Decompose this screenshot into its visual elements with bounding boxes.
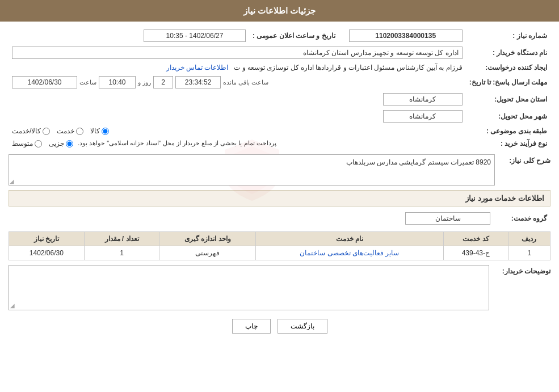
col-header-qty: تعداد / مقدار bbox=[84, 232, 159, 246]
category-label-3: کالا/خدمت bbox=[12, 127, 41, 135]
purchase-type-option-1: جزیی bbox=[49, 140, 73, 147]
category-label: طبقه بندی موضوعی : bbox=[466, 125, 550, 137]
page-wrapper: جزئیات اطلاعات نیاز شماره نیاز : 1102003… bbox=[0, 0, 559, 392]
category-option-2: خدمت bbox=[57, 127, 83, 135]
city-cell: کرمانشاه bbox=[9, 108, 466, 125]
row-service-name: سایر فعالیت‌های تخصصی ساختمان bbox=[256, 246, 444, 260]
announce-datetime-value: 1402/06/27 - 10:35 bbox=[144, 29, 246, 42]
col-header-date: تاریخ نیاز bbox=[9, 232, 85, 246]
button-row: چاپ بازگشت bbox=[9, 319, 550, 334]
deadline-days: 2 bbox=[153, 76, 173, 88]
category-option-3: کالا/خدمت bbox=[12, 127, 50, 135]
need-number-value: 1102003384000135 bbox=[349, 29, 463, 42]
page-header: جزئیات اطلاعات نیاز bbox=[0, 0, 559, 22]
purchase-type-radio-group: متوسط جزیی bbox=[12, 140, 73, 147]
announce-datetime-label: تاریخ و ساعت اعلان عمومی : bbox=[249, 27, 341, 44]
resize-handle-notes[interactable]: ◢ bbox=[10, 302, 15, 309]
col-header-unit: واحد اندازه گیری bbox=[159, 232, 256, 246]
buyer-notes-value: ◢ bbox=[9, 265, 489, 310]
deadline-date: 1402/06/30 bbox=[12, 76, 77, 88]
main-content: شماره نیاز : 1102003384000135 تاریخ و سا… bbox=[0, 22, 559, 345]
buyer-org-label: نام دستگاه خریدار : bbox=[466, 44, 550, 61]
category-radio-1[interactable] bbox=[102, 128, 109, 135]
need-desc-row: شرح کلی نیاز: AnataTender 8920 تعمیرات س… bbox=[9, 154, 550, 186]
category-radio-2[interactable] bbox=[76, 128, 83, 135]
services-table: ردیف کد خدمت نام خدمت واحد اندازه گیری ت… bbox=[9, 231, 550, 260]
purchase-type-label-1: جزیی bbox=[49, 140, 64, 147]
category-radio-group: کالا/خدمت خدمت کالا bbox=[12, 127, 463, 135]
category-option-1: کالا bbox=[90, 127, 109, 135]
deadline-remaining: 23:34:52 bbox=[175, 76, 221, 88]
purchase-type-label: نوع فرآیند خرید : bbox=[466, 137, 550, 150]
buyer-org-cell: اداره کل توسعه توسعه و تجهیز مدارس استان… bbox=[9, 44, 466, 61]
buyer-notes-row: توضیحات خریدار: ◢ bbox=[9, 265, 550, 310]
col-header-row: ردیف bbox=[508, 232, 550, 246]
creator-cell: فرزام به آیین کارشناس مسئول اعتبارات و ق… bbox=[9, 61, 466, 74]
city-value: کرمانشاه bbox=[383, 110, 463, 123]
service-group-value: ساختمان bbox=[405, 212, 490, 225]
service-name-link[interactable]: سایر فعالیت‌های تخصصی ساختمان bbox=[300, 249, 399, 257]
purchase-type-label-2: متوسط bbox=[12, 140, 33, 147]
col-header-code: کد خدمت bbox=[443, 232, 508, 246]
deadline-cell: 1402/06/30 ساعت 10:40 روز و 2 23:34:52 س… bbox=[9, 74, 466, 91]
purchase-type-radio-2[interactable] bbox=[35, 140, 42, 147]
need-number-cell: 1102003384000135 bbox=[341, 27, 466, 44]
service-group-cell: ساختمان bbox=[9, 210, 494, 227]
row-unit: فهرستی bbox=[159, 246, 256, 260]
back-button[interactable]: بازگشت bbox=[278, 319, 327, 334]
need-desc-container: AnataTender 8920 تعمیرات سیستم گرمایشی م… bbox=[9, 154, 495, 186]
creator-link[interactable]: اطلاعات تماس خریدار bbox=[166, 64, 229, 71]
creator-label: ایجاد کننده درخواست: bbox=[466, 61, 550, 74]
category-label-1: کالا bbox=[90, 127, 100, 135]
announce-datetime-cell: 1402/06/27 - 10:35 bbox=[9, 27, 249, 44]
purchase-type-option-2: متوسط bbox=[12, 140, 42, 147]
purchase-type-radio-1[interactable] bbox=[66, 140, 73, 147]
deadline-time: 10:40 bbox=[99, 76, 136, 88]
service-group-label: گروه خدمت: bbox=[494, 210, 550, 227]
row-code: ج-43-439 bbox=[443, 246, 508, 260]
col-header-name: نام خدمت bbox=[256, 232, 444, 246]
buyer-org-value: اداره کل توسعه توسعه و تجهیز مدارس استان… bbox=[12, 47, 463, 59]
need-desc-value: 8920 تعمیرات سیستم گرمایشی مدارس سربلدها… bbox=[9, 154, 495, 186]
deadline-time-label: ساعت bbox=[79, 79, 96, 86]
row-date: 1402/06/30 bbox=[9, 246, 85, 260]
creator-value: فرزام به آیین کارشناس مسئول اعتبارات و ق… bbox=[234, 64, 462, 71]
header-title: جزئیات اطلاعات نیاز bbox=[243, 6, 316, 15]
need-desc-label: شرح کلی نیاز: bbox=[499, 154, 550, 165]
row-quantity: 1 bbox=[84, 246, 159, 260]
city-label: شهر محل تحویل: bbox=[466, 108, 550, 125]
province-label: استان محل تحویل: bbox=[466, 91, 550, 108]
deadline-remaining-label: ساعت باقی مانده bbox=[223, 79, 268, 86]
deadline-label: مهلت ارسال پاسخ: تا تاریخ: bbox=[466, 74, 550, 91]
buyer-notes-label: توضیحات خریدار: bbox=[494, 265, 550, 275]
row-number: 1 bbox=[508, 246, 550, 260]
print-button[interactable]: چاپ bbox=[232, 319, 271, 334]
buyer-notes-container: ◢ bbox=[9, 265, 489, 310]
resize-handle-need-desc[interactable]: ◢ bbox=[10, 178, 14, 184]
province-value: کرمانشاه bbox=[383, 93, 463, 106]
need-number-label: شماره نیاز : bbox=[466, 27, 550, 44]
service-group-table: گروه خدمت: ساختمان bbox=[9, 210, 550, 227]
deadline-days-label: روز و bbox=[138, 79, 151, 86]
category-radio-3[interactable] bbox=[43, 128, 50, 135]
table-row: 1 ج-43-439 سایر فعالیت‌های تخصصی ساختمان… bbox=[9, 246, 550, 260]
category-label-2: خدمت bbox=[57, 127, 74, 135]
basic-info-table: شماره نیاز : 1102003384000135 تاریخ و سا… bbox=[9, 27, 550, 150]
province-cell: کرمانشاه bbox=[9, 91, 466, 108]
